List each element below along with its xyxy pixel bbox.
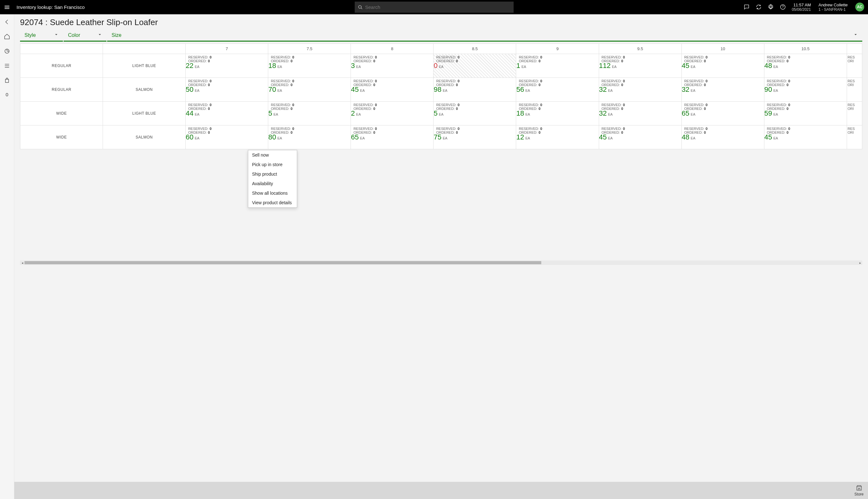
inventory-cell[interactable]: RESERVED:0ORDERED:050EA	[186, 78, 268, 102]
inventory-cell[interactable]: RESERVED:0ORDERED:065EA	[351, 125, 433, 149]
chat-icon[interactable]	[744, 4, 750, 10]
store-icon	[856, 484, 863, 491]
gear-icon[interactable]	[768, 4, 774, 10]
reserved-label: RESERVED:	[519, 55, 539, 59]
unit-label: EA	[608, 89, 613, 93]
inventory-cell-partial: RESORI	[847, 54, 862, 78]
grid-scroll[interactable]: 77.588.599.51010.5 REGULARLIGHT BLUERESE…	[20, 44, 862, 149]
inventory-cell[interactable]: RESERVED:0ORDERED:02EA	[351, 102, 433, 125]
grid-header-row: 77.588.599.51010.5	[20, 44, 862, 54]
reserved-value: 0	[375, 79, 377, 83]
unit-label: EA	[522, 65, 526, 69]
inventory-cell[interactable]: RESERVED:0ORDERED:044EA	[186, 102, 268, 125]
scroll-left-arrow[interactable]: ◂	[20, 261, 24, 265]
unit-label: EA	[608, 136, 613, 140]
inventory-cell[interactable]: RESERVED:0ORDERED:032EA	[681, 78, 764, 102]
hamburger-menu[interactable]	[2, 3, 11, 12]
inventory-cell[interactable]: RESERVED:0ORDERED:048EA	[764, 54, 847, 78]
unit-label: EA	[773, 136, 778, 140]
grid-corner-style	[20, 44, 103, 54]
context-menu-item[interactable]: Sell now	[248, 150, 297, 160]
pie-icon[interactable]	[4, 48, 10, 54]
reserved-label: RESERVED:	[767, 55, 787, 59]
left-nav: 0	[0, 14, 14, 499]
back-icon[interactable]	[4, 19, 10, 25]
available-value: 2	[351, 109, 355, 118]
reserved-value: 0	[458, 55, 460, 59]
unit-label: EA	[525, 89, 530, 93]
inventory-cell[interactable]: RESERVED:0ORDERED:090EA	[764, 78, 847, 102]
unit-label: EA	[443, 136, 448, 140]
inventory-cell[interactable]: RESERVED:0ORDERED:0112EA	[599, 54, 681, 78]
scroll-right-arrow[interactable]: ▸	[858, 261, 862, 265]
inventory-cell[interactable]: RESERVED:0ORDERED:018EA	[268, 54, 351, 78]
cart-count[interactable]: 0	[6, 92, 8, 97]
inventory-cell[interactable]: RESERVED:0ORDERED:080EA	[268, 125, 351, 149]
row-style: REGULAR	[20, 54, 103, 78]
inventory-cell[interactable]: RESERVED:0ORDERED:045EA	[599, 125, 681, 149]
reserved-value: 0	[540, 79, 542, 83]
available-value: 70	[268, 85, 276, 94]
reserved-value: 0	[623, 103, 625, 107]
reserved-label: RESERVED:	[602, 55, 622, 59]
inventory-cell[interactable]: RESERVED:0ORDERED:045EA	[351, 78, 433, 102]
inventory-cell[interactable]: RESERVED:0ORDERED:060EA	[186, 125, 268, 149]
reserved-value: 0	[375, 103, 377, 107]
inventory-cell[interactable]: RESERVED:0ORDERED:05EA	[268, 102, 351, 125]
inventory-cell[interactable]: RESERVED:0ORDERED:065EA	[681, 102, 764, 125]
reserved-label: RESERVED:	[436, 127, 456, 131]
inventory-cell[interactable]: RESERVED:0ORDERED:056EA	[516, 78, 599, 102]
reserved-label: RESERVED:	[519, 79, 539, 83]
context-menu-item[interactable]: Availability	[248, 179, 297, 188]
search-input[interactable]	[365, 4, 510, 10]
inventory-cell[interactable]: RESERVED:0ORDERED:045EA	[681, 54, 764, 78]
inventory-cell[interactable]: RESERVED:0ORDERED:075EA	[433, 125, 516, 149]
context-menu-item[interactable]: Ship product	[248, 169, 297, 179]
context-menu-item[interactable]: View product details	[248, 198, 297, 207]
refresh-icon[interactable]	[756, 4, 762, 10]
scroll-track[interactable]	[24, 261, 858, 264]
inventory-cell[interactable]: RESERVED:0ORDERED:03EA	[351, 54, 433, 78]
reserved-label: RESERVED:	[602, 103, 622, 107]
available-value: 98	[433, 85, 441, 94]
user-name: Andrew Collette	[818, 2, 848, 8]
inventory-cell[interactable]: RESERVED:0ORDERED:045EA	[764, 125, 847, 149]
list-icon[interactable]	[4, 63, 10, 69]
inventory-cell[interactable]: RESERVED:0ORDERED:032EA	[599, 78, 681, 102]
size-header: 10	[681, 44, 764, 54]
context-menu-item[interactable]: Pick up in store	[248, 160, 297, 169]
available-value: 3	[351, 62, 355, 70]
unit-label: EA	[608, 112, 613, 116]
reserved-value: 0	[788, 127, 790, 131]
inventory-cell[interactable]: RESERVED:0ORDERED:00EA	[433, 54, 516, 78]
scroll-thumb[interactable]	[24, 261, 541, 264]
filter-color[interactable]: Color	[63, 30, 106, 41]
unit-label: EA	[773, 112, 778, 116]
reserved-label: RESERVED:	[767, 127, 787, 131]
context-menu-item[interactable]: Show all locations	[248, 188, 297, 198]
inventory-cell[interactable]: RESERVED:0ORDERED:05EA	[433, 102, 516, 125]
available-value: 80	[268, 133, 276, 141]
avatar[interactable]: AC	[855, 2, 864, 11]
inventory-cell[interactable]: RESERVED:0ORDERED:032EA	[599, 102, 681, 125]
inventory-cell[interactable]: RESERVED:0ORDERED:059EA	[764, 102, 847, 125]
inventory-cell[interactable]: RESERVED:0ORDERED:022EA	[186, 54, 268, 78]
help-icon[interactable]: ?	[780, 4, 786, 10]
inventory-cell[interactable]: RESERVED:0ORDERED:098EA	[433, 78, 516, 102]
inventory-cell[interactable]: RESERVED:0ORDERED:01EA	[516, 54, 599, 78]
search-box[interactable]	[355, 2, 514, 13]
horizontal-scrollbar[interactable]: ◂ ▸	[20, 260, 862, 265]
filter-size[interactable]: Size	[107, 30, 862, 41]
reserved-label: RESERVED:	[271, 103, 291, 107]
footer-store-button[interactable]: Store	[854, 484, 864, 497]
inventory-cell[interactable]: RESERVED:0ORDERED:070EA	[268, 78, 351, 102]
inventory-cell[interactable]: RESERVED:0ORDERED:048EA	[681, 125, 764, 149]
unit-label: EA	[277, 136, 282, 140]
bag-icon[interactable]	[4, 77, 10, 84]
inventory-cell[interactable]: RESERVED:0ORDERED:012EA	[516, 125, 599, 149]
home-icon[interactable]	[4, 33, 10, 40]
inventory-cell[interactable]: RESERVED:0ORDERED:018EA	[516, 102, 599, 125]
filter-style[interactable]: Style	[20, 30, 63, 41]
unit-label: EA	[195, 65, 200, 69]
unit-label: EA	[195, 89, 200, 93]
